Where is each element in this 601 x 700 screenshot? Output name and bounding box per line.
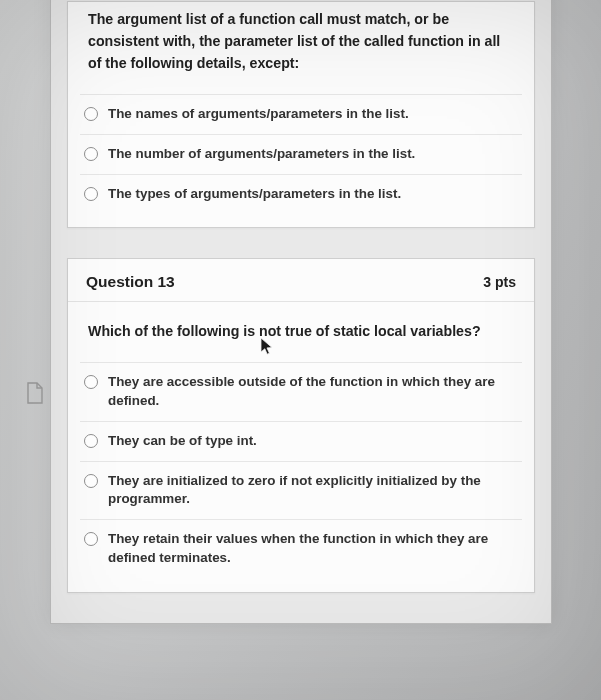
answer-option[interactable]: The names of arguments/parameters in the…	[80, 94, 522, 134]
radio-icon[interactable]	[84, 474, 98, 488]
answer-label: They are initialized to zero if not expl…	[108, 472, 514, 510]
question-points: 3 pts	[483, 274, 516, 290]
question-prompt: The argument list of a function call mus…	[68, 2, 534, 88]
answer-label: The types of arguments/parameters in the…	[108, 185, 401, 204]
answer-label: They retain their values when the functi…	[108, 530, 514, 568]
radio-icon[interactable]	[84, 147, 98, 161]
answer-option[interactable]: They are initialized to zero if not expl…	[80, 461, 522, 520]
radio-icon[interactable]	[84, 187, 98, 201]
answer-option[interactable]: The types of arguments/parameters in the…	[80, 174, 522, 214]
answer-option[interactable]: They can be of type int.	[80, 421, 522, 461]
question-card-13: Question 13 3 pts Which of the following…	[67, 258, 535, 592]
page-sheet: The argument list of a function call mus…	[50, 0, 552, 624]
answer-label: The names of arguments/parameters in the…	[108, 105, 409, 124]
radio-icon[interactable]	[84, 107, 98, 121]
answers-list: The names of arguments/parameters in the…	[68, 88, 534, 227]
answer-option[interactable]: The number of arguments/parameters in th…	[80, 134, 522, 174]
answer-option[interactable]: They retain their values when the functi…	[80, 519, 522, 578]
radio-icon[interactable]	[84, 375, 98, 389]
radio-icon[interactable]	[84, 532, 98, 546]
answer-label: The number of arguments/parameters in th…	[108, 145, 415, 164]
question-header: Question 13 3 pts	[68, 259, 534, 302]
answer-label: They can be of type int.	[108, 432, 257, 451]
question-prompt: Which of the following is not true of st…	[68, 302, 534, 356]
answer-option[interactable]: They are accessible outside of the funct…	[80, 362, 522, 421]
radio-icon[interactable]	[84, 434, 98, 448]
answers-list: They are accessible outside of the funct…	[68, 356, 534, 591]
document-icon	[26, 382, 44, 404]
question-title: Question 13	[86, 273, 175, 291]
question-card-12: The argument list of a function call mus…	[67, 1, 535, 228]
answer-label: They are accessible outside of the funct…	[108, 373, 514, 411]
